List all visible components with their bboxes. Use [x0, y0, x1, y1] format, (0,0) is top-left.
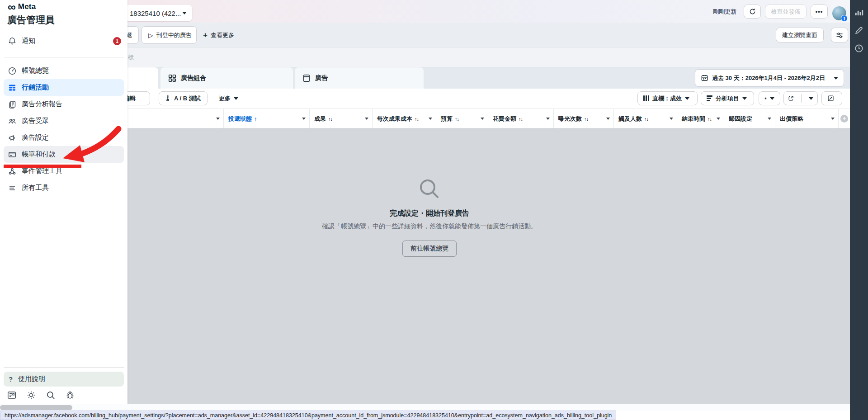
- sidebar-footer-icons: [6, 390, 75, 401]
- date-range-selector[interactable]: 過去 30 天：2026年1月4日 - 2026年2月2日: [695, 69, 844, 87]
- columns-button[interactable]: 直欄：成效: [637, 91, 698, 105]
- toolbar-divider: [154, 94, 154, 103]
- history-button[interactable]: [854, 43, 864, 53]
- column-attribution-setting[interactable]: 歸因設定: [724, 109, 775, 128]
- level-tabs: 廣告組合 廣告 過去 30 天：2026年1月4日 - 2026年2月2日: [0, 67, 850, 89]
- column-name[interactable]: [127, 109, 224, 128]
- bell-icon: [8, 37, 17, 46]
- sidebar-item-audiences[interactable]: 廣告受眾: [4, 113, 124, 129]
- review-publish-button[interactable]: 檢查並發佈: [765, 5, 807, 19]
- search-filter-bar[interactable]: 標: [0, 47, 850, 67]
- menu-lines-icon: [8, 184, 17, 193]
- filter-settings-button[interactable]: [831, 28, 848, 42]
- play-outline-icon: ▷: [148, 32, 153, 39]
- more-menu-button[interactable]: 更多: [213, 91, 244, 105]
- see-more-button[interactable]: + 查看更多: [203, 26, 234, 44]
- column-menu-caret: [216, 118, 220, 120]
- duplicate-button[interactable]: [759, 91, 780, 105]
- sidebar: ∞ Meta 廣告管理員 通知 1 帳號總覽: [0, 0, 127, 420]
- see-more-label: 查看更多: [211, 31, 234, 39]
- top-bar: 18325410 (422... 剛剛更新 檢查並發佈 ••• f: [0, 0, 850, 23]
- ellipsis-icon: •••: [816, 8, 823, 15]
- sidebar-item-ad-settings[interactable]: 廣告設定: [4, 129, 124, 146]
- create-view-label: 建立瀏覽畫面: [782, 31, 817, 39]
- sort-indicator: ↑↓: [328, 116, 332, 122]
- more-options-button[interactable]: •••: [811, 5, 828, 19]
- create-view-button[interactable]: 建立瀏覽畫面: [776, 28, 824, 42]
- ab-test-button[interactable]: A / B 測試: [159, 91, 208, 105]
- column-menu-caret: [546, 118, 550, 120]
- sidebar-item-campaigns[interactable]: 行銷活動: [4, 79, 124, 96]
- search-button[interactable]: [45, 390, 56, 401]
- edit-panel-button[interactable]: [854, 25, 864, 35]
- report-bug-button[interactable]: [65, 390, 75, 401]
- sidebar-item-account-overview[interactable]: 帳號總覽: [4, 62, 124, 79]
- chart-trend-icon: [827, 95, 834, 102]
- notifications-label: 通知: [22, 37, 35, 45]
- duplicate-icon: [764, 95, 767, 102]
- chevron-down-icon: [770, 97, 774, 100]
- sidebar-item-label: 行銷活動: [22, 83, 49, 92]
- sort-indicator: ↑↓: [708, 116, 712, 122]
- column-menu-caret: [302, 118, 306, 120]
- help-button[interactable]: ? 使用說明: [4, 372, 124, 387]
- column-end-time[interactable]: 結束時間 ↑↓: [677, 109, 724, 128]
- bar-chart-icon: [854, 7, 864, 17]
- avatar[interactable]: f: [832, 6, 846, 20]
- column-delivery-status[interactable]: 投遞狀態 ↑: [224, 109, 310, 128]
- column-menu-caret: [831, 118, 835, 120]
- campaigns-table-icon: [8, 83, 17, 92]
- bottom-strip: [0, 404, 850, 411]
- gauge-icon: [8, 66, 17, 76]
- annotation-underline: [4, 165, 81, 168]
- split-divider: [801, 94, 802, 103]
- tab-adsets[interactable]: 廣告組合: [160, 67, 293, 89]
- column-results[interactable]: 成果 ↑↓: [310, 109, 373, 128]
- column-impressions[interactable]: 曝光次數 ↑↓: [554, 109, 614, 128]
- sidebar-item-label: 所有工具: [22, 184, 49, 192]
- sidebar-item-label: 廣告設定: [22, 133, 49, 142]
- ab-test-label: A / B 測試: [174, 94, 201, 103]
- sidebar-item-all-tools[interactable]: 所有工具: [4, 179, 124, 196]
- settings-button[interactable]: [26, 390, 37, 401]
- sidebar-item-ads-reporting[interactable]: 廣告分析報告: [4, 96, 124, 113]
- tab-ads-label: 廣告: [315, 74, 328, 82]
- column-reach[interactable]: 觸及人數 ↑↓: [614, 109, 677, 128]
- go-to-account-overview-button[interactable]: 前往帳號總覽: [402, 241, 457, 257]
- export-button[interactable]: [783, 91, 818, 105]
- status-url: https://adsmanager.facebook.com/billing_…: [5, 412, 612, 419]
- sort-indicator: ↑↓: [644, 116, 648, 122]
- add-column-button[interactable]: +: [839, 109, 850, 128]
- credit-card-icon: [8, 150, 17, 159]
- report-pages-icon: [8, 100, 17, 109]
- sidebar-divider: [4, 367, 124, 368]
- column-menu-caret: [365, 118, 368, 120]
- charts-button[interactable]: [821, 91, 842, 105]
- column-menu-caret: [606, 118, 610, 120]
- column-cost-per-result[interactable]: 每次成果成本 ↑↓: [373, 109, 436, 128]
- column-amount-spent[interactable]: 花費金額 ↑↓: [488, 109, 554, 128]
- account-selector[interactable]: 18325410 (422...: [122, 5, 192, 21]
- filter-pill-running-ads[interactable]: ▷ 刊登中的廣告: [142, 26, 197, 44]
- refresh-button[interactable]: [744, 5, 761, 19]
- column-budget[interactable]: 預算 ↑↓: [436, 109, 488, 128]
- sidebar-item-billing-payments[interactable]: 帳單和付款: [4, 146, 124, 163]
- column-label: 花費金額: [493, 115, 516, 123]
- horizontal-scrollbar-thumb[interactable]: [0, 405, 72, 410]
- clock-icon: [854, 43, 864, 53]
- breakdown-icon: [707, 95, 712, 101]
- table-header: 投遞狀態 ↑ 成果 ↑↓ 每次成果成本 ↑↓ 預算 ↑↓ 花費金額 ↑↓ 曝光次…: [0, 109, 850, 129]
- performance-charts-button[interactable]: [854, 7, 864, 17]
- column-bid-strategy[interactable]: 出價策略: [775, 109, 839, 128]
- tab-adsets-label: 廣告組合: [181, 74, 206, 82]
- chevron-down-icon: [685, 97, 689, 100]
- column-label: 觸及人數: [618, 115, 642, 123]
- whats-new-button[interactable]: [6, 390, 17, 401]
- breakdown-button[interactable]: 分析項目: [701, 91, 754, 105]
- tab-ads[interactable]: 廣告: [295, 67, 424, 89]
- app-title: 廣告管理員: [7, 14, 55, 26]
- notifications-button[interactable]: 通知 1: [4, 33, 124, 49]
- empty-state: 完成設定・開始刊登廣告 確認「帳號總覽」中的一些詳細資料，然後你就能發佈第一個廣…: [271, 176, 588, 257]
- sidebar-item-label: 帳單和付款: [22, 150, 56, 159]
- flask-icon: [165, 95, 171, 102]
